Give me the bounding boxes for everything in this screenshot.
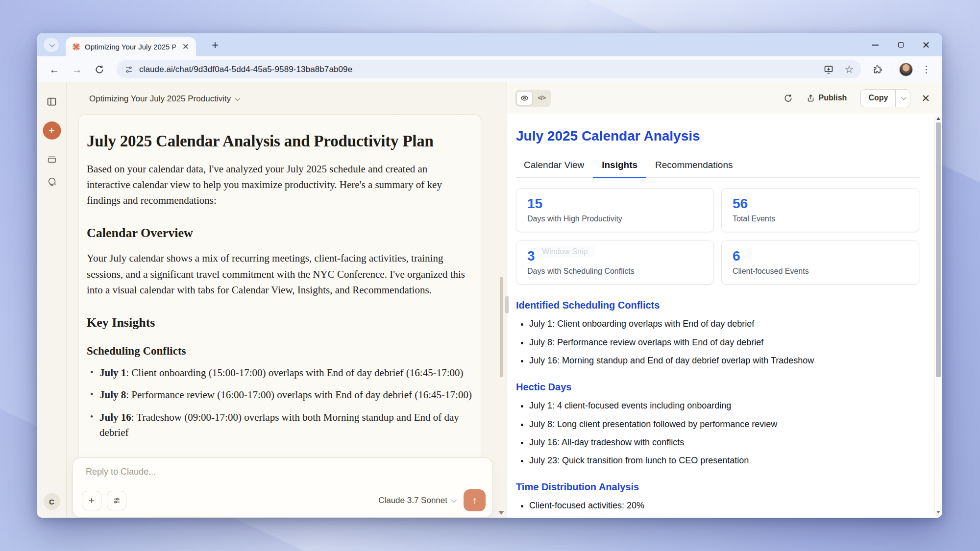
tab-search-button[interactable] [44, 38, 59, 52]
list-item: Client-focused activities: 20% [529, 500, 919, 511]
minimize-icon [872, 45, 879, 46]
scrollbar-thumb[interactable] [936, 122, 941, 377]
close-icon: ✕ [922, 40, 931, 50]
artifact-panel: </> Publish Copy [507, 82, 942, 518]
stat-card-high-productivity: 15 Days with High Productivity [516, 188, 714, 232]
browser-menu-button[interactable]: ⋮ [919, 64, 934, 75]
refresh-artifact-button[interactable] [784, 94, 793, 103]
sidebar-toggle-button[interactable] [45, 94, 59, 109]
stat-value: 6 [733, 248, 908, 264]
doc-title: July 2025 Calendar Analysis and Producti… [87, 132, 473, 150]
arrow-up-icon: ↑ [472, 495, 477, 506]
browser-profile-avatar[interactable] [899, 63, 913, 76]
stat-label: Days with Scheduling Conflicts [527, 267, 703, 276]
model-name: Claude 3.7 Sonnet [378, 496, 447, 505]
maximize-restore-button[interactable] [888, 35, 913, 55]
tab-insights[interactable]: Insights [593, 160, 646, 178]
chevron-down-icon [235, 96, 240, 101]
view-toggle-group: </> [515, 90, 551, 107]
sidebar-item-projects[interactable] [45, 152, 59, 167]
publish-button[interactable]: Publish [807, 94, 847, 102]
card-remnant-tick [393, 114, 398, 115]
url-text[interactable]: claude.ai/chat/9d3df0a4-5dd4-45a5-9589-1… [139, 65, 815, 74]
list-item: July 16: All-day tradeshow with conflict… [529, 436, 919, 448]
stat-label: Days with High Productivity [527, 215, 703, 223]
share-icon [807, 94, 815, 102]
close-window-button[interactable]: ✕ [913, 35, 939, 55]
close-artifact-button[interactable]: ✕ [921, 93, 930, 103]
tools-button[interactable] [107, 491, 126, 510]
tab-title: Optimizing Your July 2025 Prod [85, 43, 176, 51]
site-info-icon[interactable] [124, 65, 133, 74]
artifact-tabs: Calendar View Insights Recommendations [516, 160, 919, 178]
list-item: July 23: Quick transition from lunch to … [529, 455, 919, 466]
forward-button[interactable]: → [68, 60, 86, 79]
scroll-up-icon[interactable] [936, 117, 940, 120]
plus-icon: + [49, 124, 55, 137]
sidebar-item-chats[interactable] [45, 174, 59, 189]
copy-split-button: Copy [860, 89, 910, 107]
stat-label: Total Events [733, 215, 908, 223]
refresh-icon [784, 94, 793, 103]
scroll-down-icon[interactable] [498, 511, 504, 515]
model-selector[interactable]: Claude 3.7 Sonnet [378, 496, 455, 505]
new-chat-button[interactable]: + [43, 121, 61, 140]
app-sidebar: + C [37, 82, 67, 518]
browser-window: Optimizing Your July 2025 Prod ✕ + ✕ ← → [37, 33, 942, 518]
artifact-scrollbar[interactable] [934, 116, 941, 516]
bookmark-star-button[interactable]: ☆ [842, 62, 857, 77]
reload-icon [95, 65, 104, 74]
preview-toggle-button[interactable] [516, 91, 533, 105]
url-bar[interactable]: claude.ai/chat/9d3df0a4-5dd4-45a5-9589-1… [117, 60, 861, 78]
window-snip-ghost: Window Snip [534, 246, 595, 258]
scroll-down-icon[interactable] [936, 511, 940, 514]
attach-button[interactable]: + [82, 491, 101, 510]
tab-calendar-view[interactable]: Calendar View [516, 160, 593, 177]
list-item: July 1: Client onboarding overlaps with … [529, 318, 919, 330]
minimize-button[interactable] [862, 35, 888, 55]
back-button[interactable]: ← [45, 60, 64, 79]
tab-recommendations[interactable]: Recommendations [646, 160, 741, 177]
extensions-puzzle-icon [873, 65, 882, 74]
chat-scrollbar-thumb[interactable] [500, 277, 503, 377]
extensions-button[interactable] [870, 62, 885, 77]
doc-overview-text: Your July calendar shows a mix of recurr… [87, 250, 473, 297]
panel-resize-handle[interactable] [505, 296, 509, 313]
artifact-content: July 2025 Calendar Analysis Calendar Vie… [507, 114, 942, 518]
doc-heading-overview: Calendar Overview [87, 226, 473, 240]
list-item: July 16: Morning standup and End of day … [529, 355, 919, 366]
user-avatar[interactable]: C [44, 493, 60, 510]
send-button[interactable]: ↑ [464, 489, 486, 511]
copy-dropdown-button[interactable] [896, 90, 910, 107]
claude-app: + C Optimizing Your July 2025 Productivi… [37, 82, 942, 518]
chevron-down-icon [451, 497, 457, 502]
reply-composer[interactable]: + Claude 3.7 Sonnet ↑ [73, 457, 493, 518]
tab-close-icon[interactable]: ✕ [180, 42, 191, 52]
stat-card-total-events: 56 Total Events [721, 188, 919, 232]
artifact-toolbar: </> Publish Copy [507, 82, 942, 114]
code-toggle-button[interactable]: </> [534, 91, 550, 105]
list-item: July 8: Long client presentation followe… [529, 418, 919, 430]
toolbar-actions: ⋮ [870, 62, 934, 77]
conflicts-section-list: July 1: Client onboarding overlaps with … [516, 318, 919, 366]
chat-title-dropdown[interactable]: Optimizing Your July 2025 Productivity [89, 94, 239, 104]
doc-intro: Based on your calendar data, I've analyz… [87, 161, 473, 208]
install-button[interactable] [821, 62, 836, 77]
browser-tab[interactable]: Optimizing Your July 2025 Prod ✕ [66, 37, 196, 56]
projects-box-icon [47, 154, 57, 165]
list-item: July 8: Performance review overlaps with… [529, 336, 919, 348]
chats-bubble-icon [47, 176, 57, 187]
sidebar-toggle-icon [47, 96, 57, 107]
code-icon: </> [538, 95, 546, 101]
section-heading-time-distribution: Time Distribution Analysis [516, 481, 919, 493]
copy-button[interactable]: Copy [861, 90, 895, 107]
reload-button[interactable] [90, 60, 109, 79]
reply-input[interactable] [86, 467, 465, 477]
desktop-wallpaper: Optimizing Your July 2025 Prod ✕ + ✕ ← → [0, 0, 980, 551]
claude-starburst-icon [72, 43, 80, 51]
doc-heading-conflicts: Scheduling Conflicts [87, 345, 473, 358]
browser-toolbar: ← → claude.ai/chat/9d3df0a4-5dd4-45a5-95… [37, 56, 942, 82]
new-tab-button[interactable]: + [207, 38, 223, 52]
stat-card-conflicts: Window Snip 3 Days with Scheduling Confl… [516, 240, 714, 285]
list-item: July 16: Tradeshow (09:00-17:00) overlap… [99, 410, 473, 441]
